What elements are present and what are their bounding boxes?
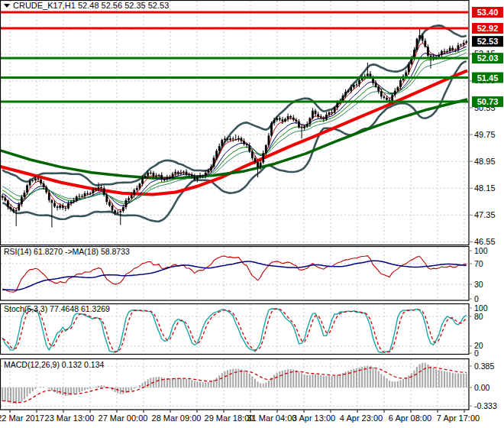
candlestick-chart[interactable]: 52.1551.3550.5549.7548.9548.1547.3546.55… xyxy=(0,0,504,428)
price-tick-label: 48.95 xyxy=(474,157,496,166)
candle-body xyxy=(262,153,264,162)
candle-body xyxy=(188,174,190,175)
candle-body xyxy=(257,162,259,167)
panel-border xyxy=(1,1,470,245)
candle-body xyxy=(241,138,243,141)
candle-body xyxy=(4,198,6,201)
price-tag-label: 50.73 xyxy=(477,97,499,106)
candle-body xyxy=(229,138,231,140)
candle-body xyxy=(29,181,31,185)
candle-body xyxy=(260,163,262,167)
candle-body xyxy=(221,140,223,146)
candle-body xyxy=(418,35,421,39)
candle-body xyxy=(457,45,460,50)
price-tick-label: 46.55 xyxy=(474,237,496,246)
candle-body xyxy=(424,41,426,47)
price-axis[interactable]: 52.1551.3550.5549.7548.9548.1547.3546.55… xyxy=(468,7,503,410)
candle-body xyxy=(227,139,229,140)
time-label: 22 Mar 2017 xyxy=(0,413,44,423)
candle-body xyxy=(78,196,80,197)
fast-ma-20 xyxy=(2,53,467,202)
candle-body xyxy=(174,172,176,174)
candle-body xyxy=(248,145,250,151)
rsi-pane[interactable] xyxy=(2,256,467,293)
time-label: 6 Apr 08:00 xyxy=(389,413,431,423)
candle-body xyxy=(298,122,300,128)
candle-body xyxy=(405,73,407,76)
candle-body xyxy=(295,120,297,122)
price-tag-label: 52.53 xyxy=(477,37,499,46)
candle-body xyxy=(160,175,163,180)
candle-body xyxy=(353,85,355,87)
candle-body xyxy=(59,206,61,208)
candle-body xyxy=(303,126,305,128)
candle-body xyxy=(34,178,37,180)
price-tick-label: 47.35 xyxy=(474,210,496,219)
candle-body xyxy=(186,172,188,175)
candle-body xyxy=(98,187,100,189)
fast-ma-9 xyxy=(2,47,467,206)
price-tick-label: 48.15 xyxy=(474,183,496,193)
candle-body xyxy=(202,176,204,177)
candle-body xyxy=(224,139,226,141)
candle-body xyxy=(191,174,193,176)
triangle-down-icon xyxy=(4,4,10,8)
candle-body xyxy=(179,173,182,174)
candle-body xyxy=(444,51,446,52)
candle-body xyxy=(276,118,278,120)
candle-body xyxy=(163,180,166,180)
candle-body xyxy=(153,173,155,177)
candle-body xyxy=(315,111,317,115)
candle-body xyxy=(31,180,34,181)
price-tick-label: 49.75 xyxy=(474,130,496,139)
time-axis[interactable]: 22 Mar 201723 Mar 13:0027 Mar 00:0028 Ma… xyxy=(0,410,480,423)
candle-body xyxy=(207,170,209,173)
candle-body xyxy=(422,35,424,41)
candle-body xyxy=(251,151,254,158)
time-label: 3 Apr 13:00 xyxy=(292,413,335,423)
candle-body xyxy=(141,178,144,184)
candle-body xyxy=(270,123,273,135)
main-price-pane[interactable] xyxy=(0,12,468,228)
candle-body xyxy=(396,87,399,91)
macd-signal-line xyxy=(2,368,467,403)
candle-body xyxy=(265,145,267,153)
candle-body xyxy=(172,173,174,177)
candle-body xyxy=(70,202,73,203)
time-label: 27 Mar 00:00 xyxy=(99,413,148,423)
candle-body xyxy=(446,51,448,52)
candle-body xyxy=(441,51,443,55)
candle-body xyxy=(144,176,147,177)
indicator-tick-label: 0.385 xyxy=(474,362,494,371)
candle-body xyxy=(57,206,59,207)
bollinger-lower-band xyxy=(2,61,467,222)
candle-body xyxy=(246,144,248,146)
candle-body xyxy=(210,167,212,170)
candle-body xyxy=(147,173,149,176)
candle-body xyxy=(12,209,15,211)
indicator-tick-label: -0.333 xyxy=(474,401,497,410)
candle-body xyxy=(320,116,322,118)
macd-label: MACD(12,26,9) 0.132 0.134 xyxy=(4,360,104,369)
indicator-tick-label: 30 xyxy=(474,280,483,289)
candle-body xyxy=(301,128,303,128)
candle-body xyxy=(26,185,28,193)
candle-body xyxy=(234,139,237,140)
candle-body xyxy=(45,187,47,193)
candle-body xyxy=(273,120,276,123)
candle-body xyxy=(328,112,331,115)
candle-body xyxy=(358,80,360,85)
candle-body xyxy=(268,135,270,145)
candle-body xyxy=(105,195,108,202)
candle-body xyxy=(133,190,135,195)
candle-body xyxy=(435,57,438,57)
candle-body xyxy=(394,91,396,96)
candle-body xyxy=(48,193,50,200)
candle-body xyxy=(416,39,418,50)
candle-body xyxy=(150,173,152,173)
price-tag-label: 51.45 xyxy=(477,73,499,83)
candle-body xyxy=(336,102,338,107)
candle-body xyxy=(125,200,128,207)
candle-body xyxy=(205,173,207,176)
candle-body xyxy=(10,207,12,209)
